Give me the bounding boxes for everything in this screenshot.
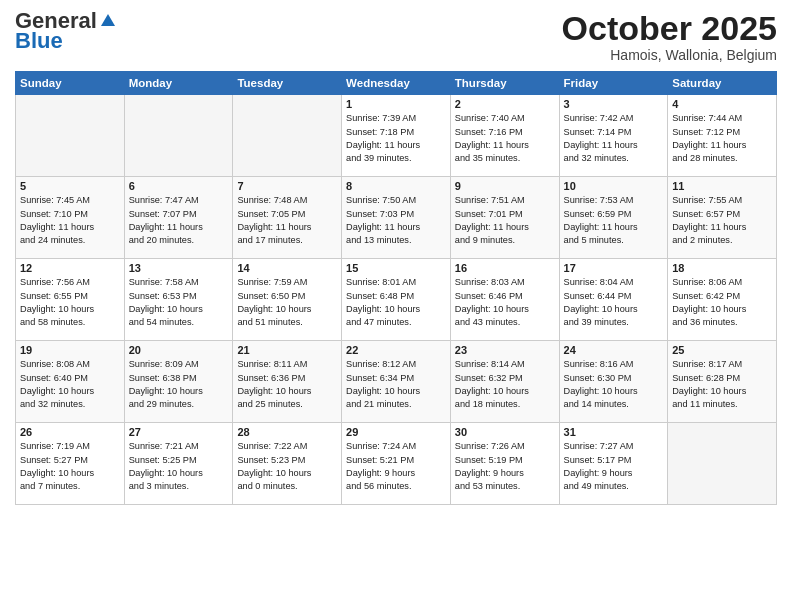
calendar-week-3: 12Sunrise: 7:56 AMSunset: 6:55 PMDayligh… [16, 259, 777, 341]
calendar-cell: 3Sunrise: 7:42 AMSunset: 7:14 PMDaylight… [559, 95, 668, 177]
svg-marker-0 [101, 14, 115, 26]
day-number: 2 [455, 98, 555, 110]
weekday-header-tuesday: Tuesday [233, 72, 342, 95]
day-info: Sunrise: 7:48 AMSunset: 7:05 PMDaylight:… [237, 194, 337, 247]
calendar-cell [124, 95, 233, 177]
day-number: 14 [237, 262, 337, 274]
page-header: General Blue October 2025 Hamois, Wallon… [15, 10, 777, 63]
day-info: Sunrise: 7:59 AMSunset: 6:50 PMDaylight:… [237, 276, 337, 329]
calendar-cell: 31Sunrise: 7:27 AMSunset: 5:17 PMDayligh… [559, 423, 668, 505]
calendar-cell: 6Sunrise: 7:47 AMSunset: 7:07 PMDaylight… [124, 177, 233, 259]
day-number: 17 [564, 262, 664, 274]
day-info: Sunrise: 8:09 AMSunset: 6:38 PMDaylight:… [129, 358, 229, 411]
logo-icon [99, 12, 117, 30]
day-number: 16 [455, 262, 555, 274]
calendar-week-5: 26Sunrise: 7:19 AMSunset: 5:27 PMDayligh… [16, 423, 777, 505]
weekday-header-monday: Monday [124, 72, 233, 95]
day-info: Sunrise: 7:58 AMSunset: 6:53 PMDaylight:… [129, 276, 229, 329]
calendar-cell: 24Sunrise: 8:16 AMSunset: 6:30 PMDayligh… [559, 341, 668, 423]
day-number: 29 [346, 426, 446, 438]
day-number: 30 [455, 426, 555, 438]
day-info: Sunrise: 7:26 AMSunset: 5:19 PMDaylight:… [455, 440, 555, 493]
calendar-cell: 25Sunrise: 8:17 AMSunset: 6:28 PMDayligh… [668, 341, 777, 423]
calendar-cell: 26Sunrise: 7:19 AMSunset: 5:27 PMDayligh… [16, 423, 125, 505]
calendar-cell: 4Sunrise: 7:44 AMSunset: 7:12 PMDaylight… [668, 95, 777, 177]
day-number: 23 [455, 344, 555, 356]
day-number: 5 [20, 180, 120, 192]
day-info: Sunrise: 7:53 AMSunset: 6:59 PMDaylight:… [564, 194, 664, 247]
day-info: Sunrise: 8:17 AMSunset: 6:28 PMDaylight:… [672, 358, 772, 411]
calendar-cell: 18Sunrise: 8:06 AMSunset: 6:42 PMDayligh… [668, 259, 777, 341]
day-info: Sunrise: 8:03 AMSunset: 6:46 PMDaylight:… [455, 276, 555, 329]
calendar-cell: 17Sunrise: 8:04 AMSunset: 6:44 PMDayligh… [559, 259, 668, 341]
day-number: 9 [455, 180, 555, 192]
day-info: Sunrise: 7:39 AMSunset: 7:18 PMDaylight:… [346, 112, 446, 165]
day-number: 25 [672, 344, 772, 356]
calendar-cell: 7Sunrise: 7:48 AMSunset: 7:05 PMDaylight… [233, 177, 342, 259]
day-info: Sunrise: 8:08 AMSunset: 6:40 PMDaylight:… [20, 358, 120, 411]
day-number: 3 [564, 98, 664, 110]
calendar-week-2: 5Sunrise: 7:45 AMSunset: 7:10 PMDaylight… [16, 177, 777, 259]
day-number: 27 [129, 426, 229, 438]
calendar-cell: 22Sunrise: 8:12 AMSunset: 6:34 PMDayligh… [342, 341, 451, 423]
day-info: Sunrise: 8:06 AMSunset: 6:42 PMDaylight:… [672, 276, 772, 329]
weekday-header-saturday: Saturday [668, 72, 777, 95]
day-number: 15 [346, 262, 446, 274]
day-info: Sunrise: 7:44 AMSunset: 7:12 PMDaylight:… [672, 112, 772, 165]
calendar-cell [668, 423, 777, 505]
logo-blue-text: Blue [15, 30, 63, 52]
calendar-cell: 28Sunrise: 7:22 AMSunset: 5:23 PMDayligh… [233, 423, 342, 505]
calendar-cell: 14Sunrise: 7:59 AMSunset: 6:50 PMDayligh… [233, 259, 342, 341]
calendar-cell: 2Sunrise: 7:40 AMSunset: 7:16 PMDaylight… [450, 95, 559, 177]
calendar-cell: 20Sunrise: 8:09 AMSunset: 6:38 PMDayligh… [124, 341, 233, 423]
day-number: 11 [672, 180, 772, 192]
calendar-cell: 12Sunrise: 7:56 AMSunset: 6:55 PMDayligh… [16, 259, 125, 341]
day-info: Sunrise: 7:21 AMSunset: 5:25 PMDaylight:… [129, 440, 229, 493]
calendar-cell: 1Sunrise: 7:39 AMSunset: 7:18 PMDaylight… [342, 95, 451, 177]
calendar-cell: 11Sunrise: 7:55 AMSunset: 6:57 PMDayligh… [668, 177, 777, 259]
calendar-week-4: 19Sunrise: 8:08 AMSunset: 6:40 PMDayligh… [16, 341, 777, 423]
day-info: Sunrise: 7:51 AMSunset: 7:01 PMDaylight:… [455, 194, 555, 247]
day-number: 24 [564, 344, 664, 356]
day-number: 18 [672, 262, 772, 274]
weekday-header-wednesday: Wednesday [342, 72, 451, 95]
calendar-cell: 16Sunrise: 8:03 AMSunset: 6:46 PMDayligh… [450, 259, 559, 341]
calendar-cell: 9Sunrise: 7:51 AMSunset: 7:01 PMDaylight… [450, 177, 559, 259]
calendar-week-1: 1Sunrise: 7:39 AMSunset: 7:18 PMDaylight… [16, 95, 777, 177]
calendar-table: SundayMondayTuesdayWednesdayThursdayFrid… [15, 71, 777, 505]
calendar-cell: 21Sunrise: 8:11 AMSunset: 6:36 PMDayligh… [233, 341, 342, 423]
day-info: Sunrise: 8:12 AMSunset: 6:34 PMDaylight:… [346, 358, 446, 411]
month-title: October 2025 [562, 10, 777, 47]
weekday-header-friday: Friday [559, 72, 668, 95]
day-info: Sunrise: 8:16 AMSunset: 6:30 PMDaylight:… [564, 358, 664, 411]
calendar-cell: 29Sunrise: 7:24 AMSunset: 5:21 PMDayligh… [342, 423, 451, 505]
day-info: Sunrise: 7:27 AMSunset: 5:17 PMDaylight:… [564, 440, 664, 493]
day-number: 31 [564, 426, 664, 438]
weekday-header-thursday: Thursday [450, 72, 559, 95]
day-number: 7 [237, 180, 337, 192]
calendar-cell [233, 95, 342, 177]
day-info: Sunrise: 7:45 AMSunset: 7:10 PMDaylight:… [20, 194, 120, 247]
calendar-cell: 13Sunrise: 7:58 AMSunset: 6:53 PMDayligh… [124, 259, 233, 341]
day-number: 20 [129, 344, 229, 356]
calendar-cell: 8Sunrise: 7:50 AMSunset: 7:03 PMDaylight… [342, 177, 451, 259]
day-info: Sunrise: 7:42 AMSunset: 7:14 PMDaylight:… [564, 112, 664, 165]
day-info: Sunrise: 8:04 AMSunset: 6:44 PMDaylight:… [564, 276, 664, 329]
calendar-cell: 19Sunrise: 8:08 AMSunset: 6:40 PMDayligh… [16, 341, 125, 423]
day-info: Sunrise: 7:47 AMSunset: 7:07 PMDaylight:… [129, 194, 229, 247]
day-number: 22 [346, 344, 446, 356]
calendar-cell: 23Sunrise: 8:14 AMSunset: 6:32 PMDayligh… [450, 341, 559, 423]
day-number: 21 [237, 344, 337, 356]
day-info: Sunrise: 7:56 AMSunset: 6:55 PMDaylight:… [20, 276, 120, 329]
day-number: 1 [346, 98, 446, 110]
location: Hamois, Wallonia, Belgium [562, 47, 777, 63]
logo: General Blue [15, 10, 117, 52]
day-number: 12 [20, 262, 120, 274]
day-info: Sunrise: 7:40 AMSunset: 7:16 PMDaylight:… [455, 112, 555, 165]
day-number: 13 [129, 262, 229, 274]
day-number: 19 [20, 344, 120, 356]
day-info: Sunrise: 7:55 AMSunset: 6:57 PMDaylight:… [672, 194, 772, 247]
weekday-header-sunday: Sunday [16, 72, 125, 95]
weekday-header-row: SundayMondayTuesdayWednesdayThursdayFrid… [16, 72, 777, 95]
day-number: 10 [564, 180, 664, 192]
